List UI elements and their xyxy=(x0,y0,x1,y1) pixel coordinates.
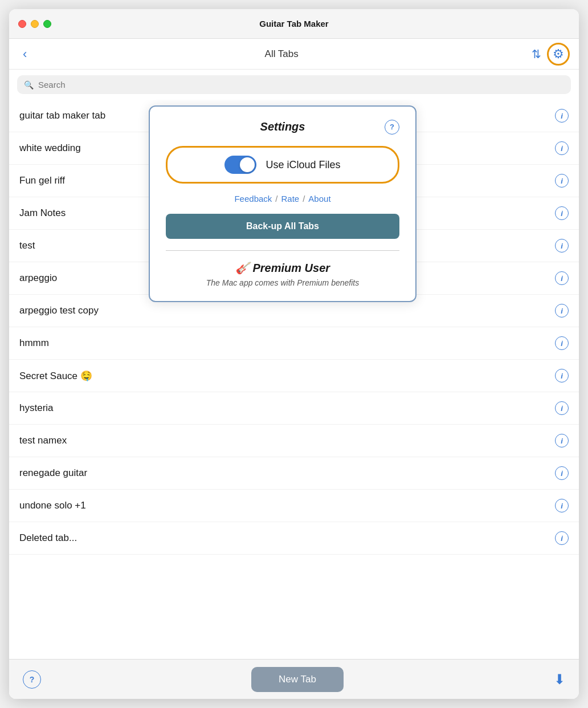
nav-actions: ⇅ ⚙ xyxy=(532,43,570,66)
about-link[interactable]: About xyxy=(308,194,330,204)
tab-name: white wedding xyxy=(19,143,81,154)
guitar-icon: 🎸 xyxy=(235,262,250,274)
info-icon[interactable]: i xyxy=(555,499,569,512)
icloud-toggle[interactable] xyxy=(224,156,256,174)
list-item[interactable]: renegade guitar i xyxy=(9,457,579,490)
search-bar: 🔍 xyxy=(17,75,571,94)
info-icon[interactable]: i xyxy=(555,466,569,480)
settings-popup: Settings ? Use iCloud Files Feedback / R… xyxy=(149,105,416,302)
backup-button[interactable]: Back-up All Tabs xyxy=(166,214,399,239)
main-window: Guitar Tab Maker ‹ All Tabs ⇅ ⚙ 🔍 Settin… xyxy=(9,9,579,699)
info-icon[interactable]: i xyxy=(555,206,569,220)
settings-header: Settings ? xyxy=(166,120,399,133)
info-icon[interactable]: i xyxy=(555,369,569,383)
tab-name: arpeggio test copy xyxy=(19,305,99,316)
feedback-link[interactable]: Feedback xyxy=(234,194,272,204)
list-item[interactable]: Secret Sauce 🤤 i xyxy=(9,360,579,392)
info-icon[interactable]: i xyxy=(555,401,569,415)
gear-icon: ⚙ xyxy=(553,47,564,62)
settings-title: Settings xyxy=(260,120,305,133)
sort-icon[interactable]: ⇅ xyxy=(532,47,541,61)
list-item[interactable]: undone solo +1 i xyxy=(9,490,579,522)
nav-bar: ‹ All Tabs ⇅ ⚙ xyxy=(9,39,579,70)
tab-name: Jam Notes xyxy=(19,207,66,219)
minimize-button[interactable] xyxy=(31,20,39,28)
download-icon[interactable]: ⬇ xyxy=(554,672,565,687)
list-item[interactable]: test namex i xyxy=(9,425,579,457)
search-icon: 🔍 xyxy=(24,80,34,89)
settings-button[interactable]: ⚙ xyxy=(547,43,570,66)
window-title: Guitar Tab Maker xyxy=(259,19,328,29)
premium-subtitle: The Mac app comes with Premium benefits xyxy=(166,278,399,287)
info-icon[interactable]: i xyxy=(555,434,569,447)
info-icon[interactable]: i xyxy=(555,239,569,253)
settings-divider xyxy=(166,250,399,251)
info-icon[interactable]: i xyxy=(555,109,569,123)
settings-help-button[interactable]: ? xyxy=(385,120,399,135)
bottom-bar: ? New Tab ⬇ xyxy=(9,659,579,699)
tab-name: undone solo +1 xyxy=(19,500,86,511)
premium-section: 🎸 Premium User The Mac app comes with Pr… xyxy=(166,261,399,287)
info-icon[interactable]: i xyxy=(555,271,569,285)
nav-title: All Tabs xyxy=(265,48,299,60)
list-item[interactable]: hysteria i xyxy=(9,392,579,425)
tab-name: test namex xyxy=(19,435,67,446)
new-tab-button[interactable]: New Tab xyxy=(251,667,344,692)
tab-name: renegade guitar xyxy=(19,467,87,479)
icloud-label: Use iCloud Files xyxy=(266,159,340,171)
info-icon[interactable]: i xyxy=(555,174,569,188)
rate-link[interactable]: Rate xyxy=(281,194,299,204)
premium-title: 🎸 Premium User xyxy=(166,261,399,275)
tab-name: test xyxy=(19,240,35,251)
tab-name: Deleted tab... xyxy=(19,532,77,544)
toggle-track xyxy=(224,156,256,174)
icloud-toggle-row: Use iCloud Files xyxy=(166,146,399,184)
tab-name: Secret Sauce 🤤 xyxy=(19,370,92,382)
list-item[interactable]: Deleted tab... i xyxy=(9,522,579,555)
tab-name: guitar tab maker tab xyxy=(19,110,105,121)
bottom-help-button[interactable]: ? xyxy=(23,670,41,689)
back-button[interactable]: ‹ xyxy=(18,44,31,64)
traffic-lights xyxy=(18,20,51,28)
tab-name: Fun gel riff xyxy=(19,175,65,186)
tab-name: hysteria xyxy=(19,402,54,414)
tab-name: arpeggio xyxy=(19,272,57,284)
close-button[interactable] xyxy=(18,20,26,28)
title-bar: Guitar Tab Maker xyxy=(9,9,579,39)
tab-name: hmmm xyxy=(19,337,49,349)
search-input[interactable] xyxy=(38,80,564,89)
links-row: Feedback / Rate / About xyxy=(166,194,399,204)
search-bar-wrap: 🔍 xyxy=(9,70,579,100)
maximize-button[interactable] xyxy=(43,20,51,28)
info-icon[interactable]: i xyxy=(555,336,569,350)
list-item[interactable]: hmmm i xyxy=(9,327,579,360)
tab-list: Settings ? Use iCloud Files Feedback / R… xyxy=(9,100,579,659)
info-icon[interactable]: i xyxy=(555,304,569,318)
info-icon[interactable]: i xyxy=(555,141,569,155)
info-icon[interactable]: i xyxy=(555,531,569,545)
toggle-thumb xyxy=(240,157,255,172)
